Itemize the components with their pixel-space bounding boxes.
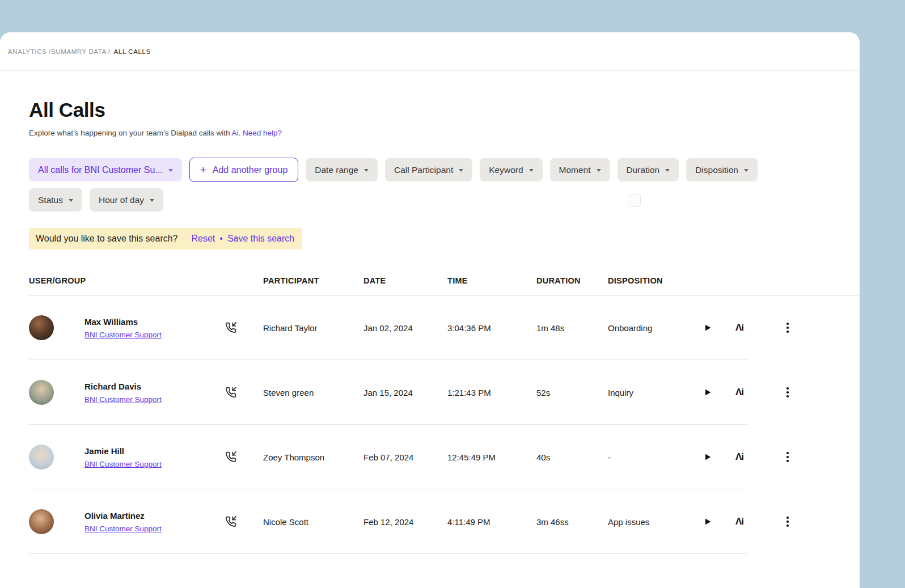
filter-label: Date range — [315, 165, 358, 175]
save-search-banner: Would you like to save this search? Rese… — [29, 228, 302, 249]
chevron-down-icon — [459, 169, 463, 172]
play-recording-button[interactable] — [697, 447, 718, 467]
unlabeled-checkbox[interactable] — [628, 194, 641, 207]
plus-icon: + — [200, 164, 206, 175]
filter-call-participant[interactable]: Call Participant — [385, 158, 472, 181]
filter-label: Status — [38, 195, 63, 205]
kebab-icon — [786, 452, 789, 454]
reset-search-link[interactable]: Reset — [192, 234, 215, 244]
chevron-down-icon — [597, 169, 601, 172]
chevron-down-icon — [69, 199, 73, 202]
phone-incoming-icon — [224, 322, 263, 333]
play-icon — [703, 323, 712, 332]
play-icon — [703, 388, 712, 397]
filter-label: Moment — [559, 165, 591, 175]
filter-moment[interactable]: Moment — [550, 158, 610, 181]
filter-hour-of-day[interactable]: Hour of day — [90, 188, 163, 211]
breadcrumb-bar: ANALYTICS /SUMAMRY DATA / ALL CALLS — [0, 32, 860, 71]
filter-label: Disposition — [695, 165, 738, 175]
table-row: Richard Davis BNI Customer Support Steve… — [29, 360, 860, 425]
ai-transcript-button[interactable]: Λi — [729, 382, 750, 403]
group-filter-label: All calls for BNI Customer Su... — [38, 165, 163, 175]
play-icon — [703, 452, 712, 462]
header-duration: DURATION — [536, 276, 608, 285]
breadcrumb: ANALYTICS /SUMAMRY DATA / ALL CALLS — [8, 48, 151, 55]
row-menu-button[interactable] — [777, 447, 798, 467]
filter-duration[interactable]: Duration — [618, 158, 679, 181]
kebab-icon — [786, 517, 789, 519]
disposition-cell: App issues — [608, 517, 697, 527]
link-separator: • — [219, 234, 223, 244]
user-name: Olivia Martinez — [84, 511, 162, 521]
table-header: USER/GROUP PARTICIPANT DATE TIME DURATIO… — [29, 276, 860, 295]
row-menu-button[interactable] — [777, 382, 798, 403]
chevron-down-icon — [364, 169, 369, 172]
page-title: All Calls — [29, 99, 860, 121]
filter-label: Hour of day — [99, 195, 144, 205]
chevron-down-icon — [529, 169, 534, 172]
row-menu-button[interactable] — [777, 318, 798, 338]
date-cell: Feb 12, 2024 — [363, 517, 447, 527]
duration-cell: 40s — [536, 452, 608, 462]
time-cell: 12:45:49 PM — [447, 452, 536, 462]
ai-icon: Λi — [735, 387, 743, 398]
save-search-link[interactable]: Save this search — [227, 234, 294, 244]
play-recording-button[interactable] — [697, 511, 718, 532]
row-menu-button[interactable] — [777, 511, 798, 532]
user-group-link[interactable]: BNI Customer Support — [84, 524, 162, 533]
duration-cell: 3m 46ss — [536, 517, 608, 527]
participant-cell: Steven green — [263, 388, 363, 397]
ai-icon: Λi — [735, 451, 743, 463]
subtitle-text: Explore what’s happening on your team’s … — [29, 129, 230, 137]
add-group-button[interactable]: + Add another group — [189, 158, 299, 182]
user-name: Max Williams — [84, 317, 162, 327]
avatar — [29, 380, 54, 405]
header-disposition: DISPOSITION — [608, 276, 697, 285]
phone-incoming-icon — [224, 516, 263, 527]
header-time: TIME — [447, 276, 536, 285]
duration-cell: 1m 48s — [536, 323, 608, 333]
participant-cell: Zoey Thompson — [263, 452, 363, 462]
user-group-link[interactable]: BNI Customer Support — [84, 331, 162, 339]
header-participant: PARTICIPANT — [263, 276, 363, 285]
main-panel: ANALYTICS /SUMAMRY DATA / ALL CALLS All … — [0, 32, 860, 588]
filter-disposition[interactable]: Disposition — [686, 158, 758, 181]
avatar — [29, 509, 54, 534]
user-name: Richard Davis — [84, 382, 162, 391]
page-subtitle: Explore what’s happening on your team’s … — [29, 129, 860, 137]
breadcrumb-path[interactable]: ANALYTICS /SUMAMRY DATA / — [8, 48, 111, 55]
filter-keyword[interactable]: Keyword — [480, 158, 542, 181]
disposition-cell: Onboarding — [608, 323, 697, 333]
phone-incoming-icon — [224, 387, 263, 398]
participant-cell: Richard Taylor — [263, 323, 363, 333]
avatar — [29, 315, 54, 340]
header-date: DATE — [363, 276, 447, 285]
table-row: Jamie Hill BNI Customer Support Zoey Tho… — [29, 425, 860, 489]
user-group-link[interactable]: BNI Customer Support — [84, 395, 162, 404]
filter-label: Call Participant — [394, 165, 453, 175]
chevron-down-icon — [665, 169, 670, 172]
date-cell: Jan 15, 2024 — [363, 388, 447, 397]
time-cell: 3:04:36 PM — [447, 323, 536, 333]
phone-incoming-icon — [224, 451, 263, 463]
subtitle-help-link[interactable]: Ai. Need help? — [231, 129, 282, 137]
time-cell: 4:11:49 PM — [447, 517, 536, 527]
filter-status[interactable]: Status — [29, 188, 82, 211]
participant-cell: Nicole Scott — [263, 517, 363, 527]
user-group-link[interactable]: BNI Customer Support — [84, 460, 162, 468]
avatar — [29, 445, 54, 469]
kebab-icon — [786, 387, 789, 390]
date-cell: Feb 07, 2024 — [363, 452, 447, 462]
ai-transcript-button[interactable]: Λi — [729, 447, 750, 467]
breadcrumb-current: ALL CALLS — [114, 48, 151, 55]
ai-transcript-button[interactable]: Λi — [729, 511, 750, 532]
chevron-down-icon — [150, 199, 154, 202]
play-recording-button[interactable] — [697, 382, 718, 403]
ai-transcript-button[interactable]: Λi — [729, 318, 750, 338]
filter-date-range[interactable]: Date range — [306, 158, 378, 181]
filter-bar: All calls for BNI Customer Su... + Add a… — [29, 158, 860, 211]
table-row: Olivia Martinez BNI Customer Support Nic… — [29, 489, 860, 554]
play-recording-button[interactable] — [697, 318, 718, 338]
group-filter-dropdown[interactable]: All calls for BNI Customer Su... — [29, 158, 182, 181]
filter-label: Keyword — [489, 165, 523, 175]
